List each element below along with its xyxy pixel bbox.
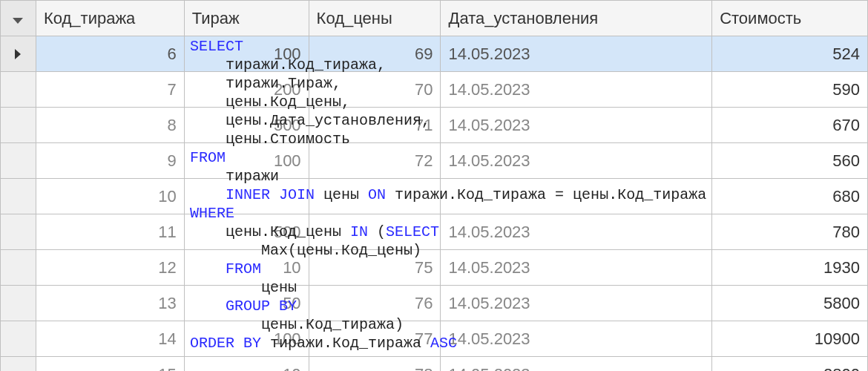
cell-data-ust[interactable]: 14.05.2023: [441, 357, 712, 372]
cell-data-ust[interactable]: [441, 179, 712, 214]
table-row[interactable]: 10 680: [1, 179, 868, 214]
cell-kod-ceny[interactable]: [309, 214, 441, 250]
cell-kod-tirazha[interactable]: 7: [36, 72, 184, 108]
cell-kod-ceny[interactable]: 72: [309, 143, 441, 179]
select-all-cell[interactable]: [1, 1, 36, 36]
col-header-kod-ceny[interactable]: Код_цены: [309, 1, 441, 36]
cell-kod-tirazha[interactable]: 13: [36, 286, 184, 321]
row-selector[interactable]: [1, 214, 36, 250]
cell-data-ust[interactable]: 14.05.2023: [441, 72, 712, 108]
cell-data-ust[interactable]: 14.05.2023: [441, 250, 712, 286]
dropdown-icon: [13, 18, 23, 24]
cell-kod-ceny[interactable]: 70: [309, 72, 441, 108]
cell-tirazh[interactable]: 500: [184, 214, 309, 250]
row-selector[interactable]: [1, 286, 36, 321]
cell-kod-ceny[interactable]: 69: [309, 36, 441, 72]
cell-stoimost[interactable]: 670: [712, 108, 868, 143]
cell-kod-tirazha[interactable]: 14: [36, 321, 184, 357]
table-row[interactable]: 14 100 77 14.05.2023 10900: [1, 321, 868, 357]
cell-kod-tirazha[interactable]: 11: [36, 214, 184, 250]
cell-kod-ceny[interactable]: 78: [309, 357, 441, 372]
cell-stoimost[interactable]: 524: [712, 36, 868, 72]
cell-kod-tirazha[interactable]: 10: [36, 179, 184, 214]
cell-tirazh[interactable]: [184, 179, 309, 214]
cell-kod-tirazha[interactable]: 9: [36, 143, 184, 179]
cell-kod-ceny[interactable]: 77: [309, 321, 441, 357]
row-selector[interactable]: [1, 357, 36, 372]
row-selector[interactable]: [1, 143, 36, 179]
header-row: Код_тиража Тираж Код_цены Дата_установле…: [1, 1, 868, 36]
cell-stoimost[interactable]: 680: [712, 179, 868, 214]
row-selector[interactable]: [1, 321, 36, 357]
cell-tirazh[interactable]: 100: [184, 36, 309, 72]
cell-kod-tirazha[interactable]: 12: [36, 250, 184, 286]
cell-stoimost[interactable]: 5800: [712, 286, 868, 321]
cell-tirazh[interactable]: 50: [184, 286, 309, 321]
cell-tirazh[interactable]: 200: [184, 72, 309, 108]
table-row[interactable]: 12 10 75 14.05.2023 1930: [1, 250, 868, 286]
table-row[interactable]: 8 500 71 14.05.2023 670: [1, 108, 868, 143]
current-row-arrow-icon: [15, 49, 21, 59]
cell-data-ust[interactable]: 14.05.2023: [441, 143, 712, 179]
cell-stoimost[interactable]: 10900: [712, 321, 868, 357]
cell-data-ust[interactable]: 14.05.2023: [441, 214, 712, 250]
cell-stoimost[interactable]: 590: [712, 72, 868, 108]
cell-kod-tirazha[interactable]: 15: [36, 357, 184, 372]
row-selector[interactable]: [1, 72, 36, 108]
cell-tirazh[interactable]: 10: [184, 357, 309, 372]
table-row[interactable]: 7 200 70 14.05.2023 590: [1, 72, 868, 108]
table-row[interactable]: 9 100 72 14.05.2023 560: [1, 143, 868, 179]
cell-stoimost[interactable]: 2800: [712, 357, 868, 372]
col-header-data-ust[interactable]: Дата_установления: [441, 1, 712, 36]
col-header-stoimost[interactable]: Стоимость: [712, 1, 868, 36]
cell-kod-ceny[interactable]: 76: [309, 286, 441, 321]
col-header-kod-tirazha[interactable]: Код_тиража: [36, 1, 184, 36]
table-row[interactable]: 6 100 69 14.05.2023 524: [1, 36, 868, 72]
table-row[interactable]: 11 500 14.05.2023 780: [1, 214, 868, 250]
cell-stoimost[interactable]: 780: [712, 214, 868, 250]
table-row[interactable]: 15 10 78 14.05.2023 2800: [1, 357, 868, 372]
cell-tirazh[interactable]: 500: [184, 108, 309, 143]
cell-stoimost[interactable]: 1930: [712, 250, 868, 286]
cell-data-ust[interactable]: 14.05.2023: [441, 36, 712, 72]
cell-kod-tirazha[interactable]: 8: [36, 108, 184, 143]
cell-kod-ceny[interactable]: 71: [309, 108, 441, 143]
cell-tirazh[interactable]: 10: [184, 250, 309, 286]
row-selector[interactable]: [1, 250, 36, 286]
cell-data-ust[interactable]: 14.05.2023: [441, 108, 712, 143]
cell-stoimost[interactable]: 560: [712, 143, 868, 179]
row-selector[interactable]: [1, 108, 36, 143]
row-selector[interactable]: [1, 179, 36, 214]
cell-kod-ceny[interactable]: 75: [309, 250, 441, 286]
col-header-tirazh[interactable]: Тираж: [184, 1, 309, 36]
data-grid: Код_тиража Тираж Код_цены Дата_установле…: [0, 0, 868, 371]
cell-kod-ceny[interactable]: [309, 179, 441, 214]
cell-tirazh[interactable]: 100: [184, 143, 309, 179]
cell-data-ust[interactable]: 14.05.2023: [441, 286, 712, 321]
table-row[interactable]: 13 50 76 14.05.2023 5800: [1, 286, 868, 321]
cell-tirazh[interactable]: 100: [184, 321, 309, 357]
cell-kod-tirazha[interactable]: 6: [36, 36, 184, 72]
row-selector[interactable]: [1, 36, 36, 72]
cell-data-ust[interactable]: 14.05.2023: [441, 321, 712, 357]
